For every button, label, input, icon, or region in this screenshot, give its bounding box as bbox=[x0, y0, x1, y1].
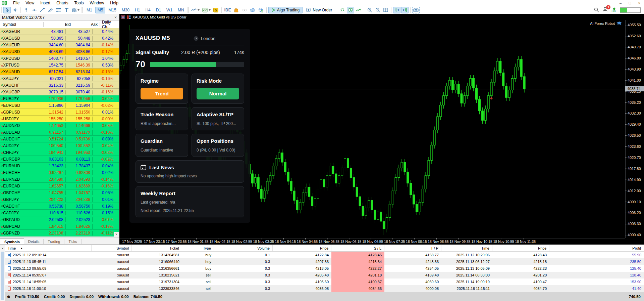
tab-symbols[interactable]: Symbols bbox=[0, 239, 24, 245]
market-watch-row[interactable]: ↘GBPJPY204.222204.2360.01% bbox=[0, 196, 119, 203]
column-time2[interactable]: Time bbox=[441, 245, 492, 251]
market-watch-row[interactable]: ↗EURGBP0.881030.88113-0.02% bbox=[0, 156, 119, 163]
column-ask[interactable]: Ask bbox=[73, 22, 100, 27]
market-watch-row[interactable]: ↗EURUSD1.158961.15904-0.02% bbox=[0, 102, 119, 109]
market-watch-row[interactable]: ↗CADJPY110.615110.6260.15% bbox=[0, 210, 119, 216]
market-button[interactable] bbox=[233, 7, 240, 13]
market-watch-row[interactable]: ↘GBPUSD1.315421.315500.01% bbox=[0, 109, 119, 116]
channel-tool-button[interactable] bbox=[47, 7, 54, 13]
menu-window[interactable]: Window bbox=[87, 0, 107, 6]
menu-help[interactable]: Help bbox=[107, 0, 121, 6]
market-watch-row[interactable]: ↗XAUEUR3484.603484.84-0.14% bbox=[0, 42, 119, 48]
toolbox-close-icon[interactable]: × bbox=[1, 245, 3, 252]
market-watch-row[interactable]: ↘CHFJPY194.941194.953-0.02% bbox=[0, 149, 119, 156]
screenshot-button[interactable] bbox=[412, 7, 420, 13]
market-watch-row[interactable]: ↘GBPNZD2.231062.23219-0.11% bbox=[0, 230, 119, 236]
timeframe-m5[interactable]: M5 bbox=[95, 7, 106, 13]
column-tp[interactable]: T / P bbox=[384, 245, 441, 251]
level-indicator[interactable]: LVL bbox=[611, 7, 616, 13]
scroll-down-icon[interactable]: ∨ bbox=[114, 232, 119, 238]
chart-shift-button[interactable] bbox=[401, 7, 409, 13]
market-watch-row[interactable]: ↘XPTUSD1542.751546.390.53% bbox=[0, 62, 119, 69]
market-watch-row[interactable]: ↘AUDNZD1.146531.14666-0.08% bbox=[0, 122, 119, 129]
column-price2[interactable]: Price bbox=[492, 245, 549, 251]
timeframe-w1[interactable]: W1 bbox=[164, 7, 175, 13]
crosshair-tool-button[interactable] bbox=[11, 7, 19, 13]
market-watch-row[interactable]: ↘AUDJPY100.840100.852-0.04% bbox=[0, 142, 119, 149]
column-time[interactable]: Time▲ bbox=[5, 245, 92, 251]
minimize-button[interactable]: – bbox=[616, 1, 625, 5]
signals-button[interactable] bbox=[241, 7, 248, 13]
history-row[interactable]: 2025.11.14 05:05:07xauusd1318215621sell0… bbox=[5, 272, 644, 278]
column-ticket[interactable]: Ticket bbox=[132, 245, 182, 251]
market-watch-row[interactable]: ↗XAUJPY627021627058-0.16% bbox=[0, 75, 119, 82]
new-order-button[interactable]: New Order bbox=[303, 7, 335, 13]
line-chart-mode-button[interactable] bbox=[355, 7, 362, 13]
algo-trading-button[interactable]: Algo Trading bbox=[268, 7, 303, 13]
ide-button[interactable]: IDE bbox=[223, 7, 232, 13]
timeframe-m15[interactable]: M15 bbox=[106, 7, 118, 13]
history-row[interactable]: 2025.11.13 05:45:11xauusd1316066440buy0.… bbox=[5, 258, 644, 265]
indicators-button[interactable] bbox=[190, 7, 201, 13]
candle-chart-mode-button[interactable] bbox=[347, 7, 354, 13]
market-watch-row[interactable]: ↗XAUGBP3070.153070.40-0.16% bbox=[0, 89, 119, 95]
search-icon[interactable] bbox=[594, 7, 599, 12]
deposit-button[interactable]: $ bbox=[212, 7, 220, 13]
summary-plus-icon[interactable]: ⊕ bbox=[7, 294, 10, 299]
column-type[interactable]: Type bbox=[182, 245, 214, 251]
vertical-line-tool-button[interactable] bbox=[22, 7, 30, 13]
tab-trading[interactable]: Trading bbox=[44, 239, 64, 244]
market-watch-row[interactable]: ↘AUDCHF0.517240.517360.09% bbox=[0, 136, 119, 142]
regime-value-pill[interactable]: Trend bbox=[141, 88, 183, 99]
menu-tools[interactable]: Tools bbox=[71, 0, 87, 6]
fibonacci-tool-button[interactable] bbox=[55, 7, 62, 13]
profile-button[interactable]: 1 bbox=[602, 7, 608, 13]
close-button[interactable]: × bbox=[635, 1, 644, 5]
market-watch-row[interactable]: ↗XPDUSD1403.771410.571.04% bbox=[0, 55, 119, 62]
timeframe-d1[interactable]: D1 bbox=[154, 7, 163, 13]
shapes-tool-button[interactable] bbox=[71, 7, 80, 13]
text-tool-button[interactable] bbox=[63, 7, 70, 13]
market-watch-row[interactable]: ↘EURCHF0.922970.923080.02% bbox=[0, 169, 119, 176]
market-watch-row[interactable]: ↗XAGUSD50.39550.4480.42% bbox=[0, 35, 119, 42]
timeframe-h1[interactable]: H1 bbox=[132, 7, 142, 13]
market-watch-row[interactable]: ↘USDJPY155.250155.258-0.00% bbox=[0, 116, 119, 122]
column-symbol[interactable]: Symbol bbox=[0, 22, 44, 27]
history-row[interactable]: 2025.11.12 09:10:14xauusd1314204581buy0.… bbox=[5, 252, 644, 258]
zoom-in-button[interactable] bbox=[366, 7, 373, 13]
column-daily-change[interactable]: Daily Ch... bbox=[100, 20, 119, 29]
market-watch-row[interactable]: ↘GBPCHF1.047551.047670.05% bbox=[0, 189, 119, 196]
menu-view[interactable]: View bbox=[22, 0, 37, 6]
market-watch-row[interactable]: ↗GBPAUD2.025082.02523-0.01% bbox=[0, 216, 119, 223]
chart-titlebar[interactable]: XAUUSD, M5: Gold vs US Dollar bbox=[119, 14, 644, 20]
market-watch-row[interactable]: ↘EURNZD2.045802.04593-0.14% bbox=[0, 176, 119, 183]
auto-scroll-button[interactable] bbox=[393, 7, 400, 13]
history-row[interactable]: 2025.11.13 09:55:09xauusd1316356661buy0.… bbox=[5, 265, 644, 272]
tab-ticks[interactable]: Ticks bbox=[64, 239, 81, 244]
risk-value-pill[interactable]: Normal bbox=[197, 88, 239, 99]
horizontal-line-tool-button[interactable] bbox=[31, 7, 38, 13]
cursor-tool-button[interactable] bbox=[3, 7, 11, 13]
market-watch-row[interactable]: ↘EURJPY179.936179.946-0.02% bbox=[0, 95, 119, 102]
market-watch-row[interactable]: ↗XAUAUD6217.546218.04-0.18% bbox=[0, 69, 119, 75]
chart-area[interactable]: 4055.504052.604049.704046.804043.904041.… bbox=[119, 20, 644, 244]
restore-button[interactable]: □ bbox=[625, 1, 635, 5]
market-watch-row[interactable]: ↘GBPCAD1.846151.84626-0.13% bbox=[0, 223, 119, 230]
tile-windows-button[interactable] bbox=[382, 7, 389, 13]
column-price[interactable]: Price bbox=[273, 245, 331, 251]
close-icon[interactable]: × bbox=[114, 15, 117, 20]
community-button[interactable] bbox=[257, 7, 265, 13]
history-row[interactable]: 2025.11.14 18:55:05xauusd1319731304sell0… bbox=[5, 278, 644, 285]
market-watch-row[interactable]: ↘EURCAD1.626571.62669-0.16% bbox=[0, 183, 119, 189]
timeframe-h4[interactable]: H4 bbox=[143, 7, 153, 13]
market-watch-row[interactable]: ↘AUDCAD0.911570.91170-0.10% bbox=[0, 129, 119, 136]
market-watch-row[interactable]: ↗XAGEUR43.48143.5270.44% bbox=[0, 28, 119, 35]
menu-file[interactable]: File bbox=[10, 0, 22, 6]
bar-chart-mode-button[interactable] bbox=[339, 7, 346, 13]
trendline-tool-button[interactable] bbox=[39, 7, 46, 13]
market-watch-row[interactable]: ↗EURAUD1.784231.784370.04% bbox=[0, 163, 119, 169]
menu-insert[interactable]: Insert bbox=[37, 0, 53, 6]
timeframe-mn[interactable]: MN bbox=[175, 7, 186, 13]
column-bid[interactable]: Bid bbox=[44, 22, 73, 27]
toolbar-grip[interactable] bbox=[1, 7, 2, 13]
